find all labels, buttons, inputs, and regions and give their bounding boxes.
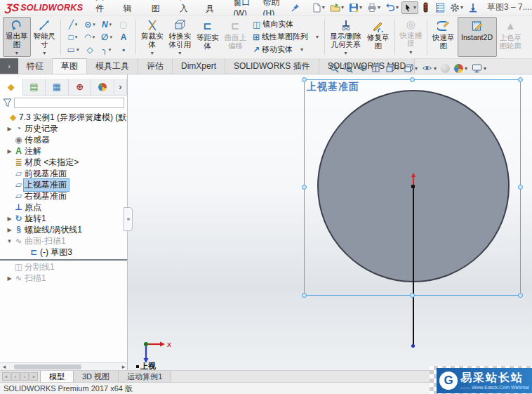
tree-filter-input[interactable] bbox=[14, 98, 124, 108]
tree-horizontal-scrollbar[interactable]: ◂ ▸ bbox=[0, 362, 128, 370]
slot-tool[interactable]: ▭▾ bbox=[65, 45, 81, 55]
chevron-down-icon[interactable]: ▾ bbox=[93, 22, 95, 27]
propertymanager-tab[interactable]: ▤ bbox=[23, 79, 46, 96]
expand-arrow-icon[interactable]: ▼ bbox=[6, 238, 13, 244]
tree-item-right-plane[interactable]: ▱ 右视基准面 bbox=[0, 190, 127, 202]
display-delete-relations-button[interactable]: 显示/删除 几何关系 ▾ bbox=[327, 17, 364, 57]
options-button[interactable]: ▾ bbox=[448, 1, 465, 14]
display-style-button[interactable]: ▾ bbox=[403, 63, 418, 74]
tree-item-history[interactable]: ▶ ◔ 历史记录 bbox=[0, 123, 127, 134]
chevron-down-icon[interactable]: ▾ bbox=[316, 34, 319, 40]
move-entities-button[interactable]: ↗ 移动实体 ▾ bbox=[251, 44, 321, 55]
arc-tool[interactable]: ◠▾ bbox=[81, 32, 98, 42]
polygon-tool[interactable]: ◇ bbox=[81, 45, 98, 55]
circle-center-point[interactable] bbox=[411, 185, 415, 188]
first-tab-button[interactable]: « bbox=[2, 372, 11, 381]
chevron-down-icon[interactable]: ▾ bbox=[75, 22, 78, 27]
last-tab-button[interactable]: » bbox=[29, 372, 38, 381]
linear-sketch-pattern-button[interactable]: ⊞ 线性草图阵列 ▾ bbox=[251, 31, 321, 43]
rectangle-tool[interactable]: □▾ bbox=[65, 32, 81, 42]
chevron-down-icon[interactable]: ▾ bbox=[396, 4, 399, 11]
scroll-right-icon[interactable]: ▸ bbox=[119, 363, 128, 370]
tab-add-ins[interactable]: SOLIDWORKS 插件 bbox=[225, 58, 319, 74]
chevron-down-icon[interactable]: ▾ bbox=[43, 49, 46, 58]
plane-handle[interactable] bbox=[302, 185, 307, 190]
hide-show-items-button[interactable]: ▾ bbox=[421, 63, 437, 74]
expand-arrow-icon[interactable]: ▶ bbox=[6, 275, 13, 282]
repair-sketch-button[interactable]: 修复草 图 bbox=[364, 17, 392, 57]
trim-entities-button[interactable]: 剪裁实 体 ▾ bbox=[138, 17, 166, 57]
chevron-down-icon[interactable]: ▾ bbox=[15, 49, 18, 58]
chevron-down-icon[interactable]: ▾ bbox=[341, 4, 344, 11]
chevron-down-icon[interactable]: ▾ bbox=[484, 65, 486, 72]
chevron-down-icon[interactable]: ▾ bbox=[322, 4, 325, 11]
expand-arrow-icon[interactable]: ▶ bbox=[6, 227, 13, 233]
instant2d-button[interactable]: Instant2D bbox=[458, 17, 497, 57]
tab-features[interactable]: 特征 bbox=[18, 58, 53, 74]
circle-tool[interactable]: ⊙▾ bbox=[81, 20, 98, 29]
zoom-fit-button[interactable] bbox=[328, 63, 340, 74]
plane-handle[interactable] bbox=[302, 77, 307, 82]
tree-item-root[interactable]: ◆ 7.3 实例1 (异形弹簧建模) (默认<<默 bbox=[0, 112, 127, 123]
chevron-down-icon[interactable]: ▾ bbox=[178, 49, 181, 58]
smart-dimension-button[interactable]: 智能尺 寸 ▾ bbox=[31, 17, 59, 57]
chevron-down-icon[interactable]: ▾ bbox=[413, 4, 416, 11]
plane-label[interactable]: 上视基准面 bbox=[307, 81, 359, 93]
tree-item-helix1[interactable]: ▶ § 螺旋线/涡状线1 bbox=[0, 224, 127, 235]
plane-handle[interactable] bbox=[518, 77, 523, 82]
section-view-button[interactable] bbox=[371, 63, 382, 74]
tree-item-annotations[interactable]: ▶ A 注解 bbox=[0, 145, 127, 157]
chevron-down-icon[interactable]: ▾ bbox=[359, 4, 362, 11]
panel-tabs-overflow-button[interactable]: › bbox=[114, 79, 127, 96]
plane-handle[interactable] bbox=[518, 293, 523, 298]
line-tool[interactable]: ╱▾ bbox=[65, 20, 81, 29]
tree-item-sketch3[interactable]: ⊏ (-) 草图3 bbox=[0, 247, 127, 258]
featuremanager-flyout-button[interactable]: › bbox=[0, 58, 18, 74]
tree-item-revolve1[interactable]: ▶ ↻ 旋转1 bbox=[0, 213, 127, 224]
rebuild-button[interactable] bbox=[466, 1, 480, 14]
view-settings-button[interactable]: ▾ bbox=[471, 63, 487, 74]
scrollbar-thumb[interactable] bbox=[14, 365, 81, 369]
filter-funnel-icon[interactable] bbox=[3, 98, 12, 107]
ellipse-tool[interactable]: ∅▾ bbox=[98, 32, 115, 42]
convert-entities-button[interactable]: 转换实 体引用 ▾ bbox=[166, 17, 194, 57]
next-tab-button[interactable]: › bbox=[20, 372, 29, 381]
configurationmanager-tab[interactable]: ▦ bbox=[46, 79, 69, 96]
expand-arrow-icon[interactable]: ▶ bbox=[6, 126, 13, 132]
tree-item-top-plane[interactable]: ▱ 上视基准面 bbox=[0, 179, 127, 190]
select-tool-button[interactable]: ▾ bbox=[401, 1, 418, 14]
apply-scene-button[interactable]: ▾ bbox=[453, 63, 468, 74]
print-button[interactable]: ▾ bbox=[365, 1, 383, 14]
text-tool[interactable]: A bbox=[115, 32, 132, 42]
chevron-down-icon[interactable]: ▾ bbox=[77, 47, 79, 53]
tab-mold-tools[interactable]: 模具工具 bbox=[87, 58, 138, 74]
plane-handle[interactable] bbox=[410, 77, 415, 82]
mirror-entities-button[interactable]: ◫ 镜向实体 bbox=[251, 18, 321, 30]
tab-dimxpert[interactable]: DimXpert bbox=[173, 58, 225, 74]
zoom-area-button[interactable] bbox=[343, 63, 354, 74]
tree-item-surface-sweep1[interactable]: ▼ ∿ 曲面-扫描1 bbox=[0, 235, 127, 247]
chevron-down-icon[interactable]: ▾ bbox=[151, 49, 154, 58]
tab-evaluate[interactable]: 评估 bbox=[138, 58, 173, 74]
tab-motion-study1[interactable]: 运动算例1 bbox=[119, 371, 171, 382]
rapid-sketch-button[interactable]: 快速草 图 bbox=[430, 17, 458, 57]
fillet-tool[interactable]: ╮▾ bbox=[98, 45, 115, 55]
dimxpertmanager-tab[interactable]: ⊕ bbox=[69, 79, 92, 96]
chevron-down-icon[interactable]: ▾ bbox=[460, 4, 463, 11]
new-document-button[interactable]: ▾ bbox=[310, 1, 327, 14]
plane-handle[interactable] bbox=[410, 293, 415, 298]
properties-button[interactable] bbox=[433, 1, 447, 14]
line-endpoint[interactable] bbox=[411, 344, 415, 348]
chevron-down-icon[interactable]: ▾ bbox=[415, 65, 418, 72]
expand-arrow-icon[interactable]: ▶ bbox=[6, 216, 13, 222]
chevron-down-icon[interactable]: ▾ bbox=[378, 4, 380, 11]
exit-sketch-button[interactable]: 退出草 图 ▾ bbox=[3, 17, 31, 57]
performance-evaluation-button[interactable] bbox=[419, 1, 432, 14]
chevron-down-icon[interactable]: ▾ bbox=[109, 22, 112, 27]
undo-button[interactable]: ▾ bbox=[383, 1, 401, 14]
tree-item-origin[interactable]: ⊥ 原点 bbox=[0, 202, 127, 213]
chevron-down-icon[interactable]: ▾ bbox=[109, 34, 112, 40]
prev-tab-button[interactable]: ‹ bbox=[11, 372, 20, 381]
tree-item-splitline1[interactable]: ◫ 分割线1 bbox=[0, 261, 127, 272]
save-button[interactable]: ▾ bbox=[347, 1, 364, 14]
